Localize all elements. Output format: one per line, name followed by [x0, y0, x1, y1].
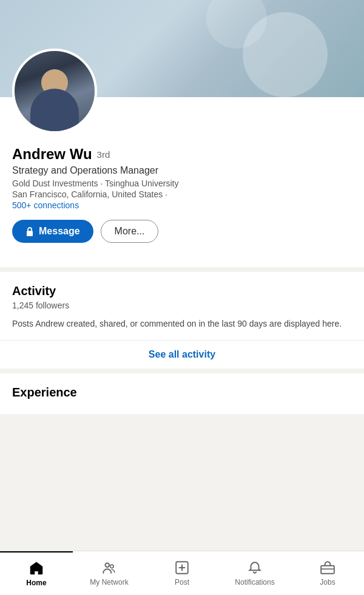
nav-label-my-network: My Network [90, 578, 128, 586]
svg-rect-0 [27, 231, 33, 236]
lock-icon [25, 226, 34, 236]
profile-header: Andrew Wu 3rd Strategy and Operations Ma… [0, 0, 364, 267]
experience-title: Experience [12, 386, 352, 399]
bell-icon [247, 560, 263, 576]
nav-item-post[interactable]: Post [146, 551, 218, 595]
jobs-icon [320, 560, 335, 576]
nav-item-jobs[interactable]: Jobs [291, 551, 364, 595]
post-icon [174, 560, 190, 576]
nav-label-home: Home [26, 579, 46, 587]
activity-description: Posts Andrew created, shared, or comment… [12, 318, 352, 330]
name-text: Andrew Wu [12, 146, 92, 163]
nav-item-notifications[interactable]: Notifications [218, 551, 291, 595]
message-label: Message [39, 226, 80, 237]
svg-point-2 [110, 565, 113, 568]
activity-title: Activity [12, 284, 352, 298]
profile-connections[interactable]: 500+ connections [12, 200, 352, 210]
activity-followers: 1,245 followers [12, 301, 352, 310]
more-button[interactable]: More... [101, 220, 159, 243]
profile-company: Gold Dust Investments · Tsinghua Univers… [12, 178, 352, 188]
home-icon [29, 560, 44, 576]
profile-name: Andrew Wu 3rd [12, 146, 352, 163]
activity-section: Activity 1,245 followers Posts Andrew cr… [0, 272, 364, 369]
profile-actions: Message More... [0, 220, 364, 255]
svg-point-1 [106, 563, 110, 567]
nav-item-home[interactable]: Home [0, 551, 73, 595]
nav-label-post: Post [175, 578, 189, 586]
more-label: More... [115, 226, 145, 236]
see-all-activity-link[interactable]: See all activity [0, 340, 364, 369]
nav-label-jobs: Jobs [320, 578, 335, 586]
nav-item-my-network[interactable]: My Network [73, 551, 146, 595]
network-icon [101, 560, 117, 576]
nav-label-notifications: Notifications [235, 578, 274, 586]
profile-title: Strategy and Operations Manager [12, 165, 352, 176]
svg-rect-6 [321, 566, 334, 574]
avatar [12, 49, 97, 134]
connection-level: 3rd [97, 149, 110, 160]
profile-location: San Francisco, California, United States… [12, 189, 352, 199]
experience-section: Experience [0, 373, 364, 414]
bottom-nav: Home My Network Post Notifications [0, 551, 364, 595]
message-button[interactable]: Message [12, 220, 93, 243]
